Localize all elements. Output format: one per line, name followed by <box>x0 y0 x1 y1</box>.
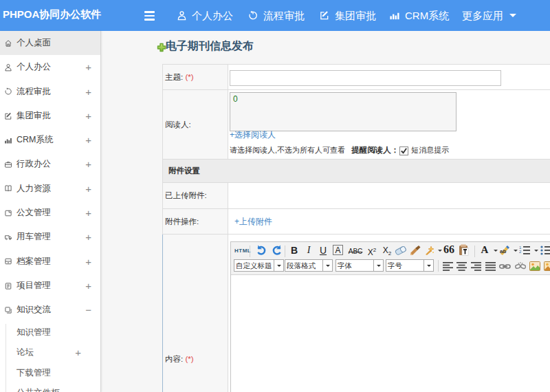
svg-text:2: 2 <box>519 250 522 254</box>
svg-text:ab: ab <box>500 248 506 254</box>
